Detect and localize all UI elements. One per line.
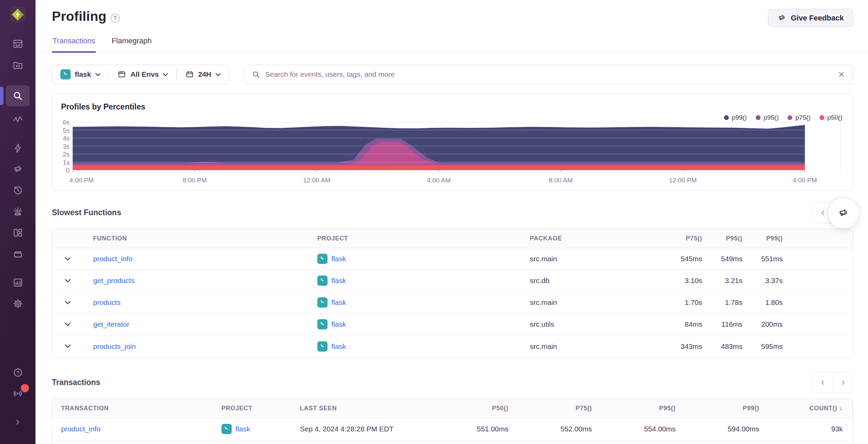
clear-search-icon[interactable] bbox=[838, 71, 845, 78]
search-icon bbox=[12, 90, 24, 102]
function-link[interactable]: product_info bbox=[83, 255, 308, 263]
expand-row-button[interactable] bbox=[52, 300, 83, 305]
flask-project-icon bbox=[60, 69, 71, 79]
project-filter-button[interactable]: flask bbox=[52, 65, 109, 84]
legend-item-p50[interactable]: p50() bbox=[820, 114, 842, 121]
expand-row-button[interactable] bbox=[52, 279, 83, 283]
legend-label: p99() bbox=[732, 114, 747, 121]
p95-cell: 483ms bbox=[702, 342, 742, 351]
sidebar-item-help[interactable]: ? bbox=[7, 364, 28, 381]
function-link[interactable]: get_iterator bbox=[83, 320, 308, 328]
sidebar-item-issues[interactable] bbox=[7, 35, 28, 52]
sidebar-item-alerts[interactable] bbox=[7, 203, 28, 220]
transactions-table: TRANSACTION PROJECT LAST SEEN P50() P75(… bbox=[52, 399, 853, 444]
profiles-chart-panel: Profiles by Percentiles p99()p95()p75()p… bbox=[52, 93, 853, 191]
chart-title: Profiles by Percentiles bbox=[61, 102, 844, 112]
col-p99: P99() bbox=[742, 235, 783, 242]
slowest-functions-table: FUNCTION PROJECT PACKAGE P75() P95() P99… bbox=[52, 229, 853, 358]
siren-icon bbox=[12, 206, 24, 217]
legend-item-p95[interactable]: p95() bbox=[756, 114, 779, 121]
svg-text:12:00 AM: 12:00 AM bbox=[303, 177, 330, 184]
previous-page-button[interactable] bbox=[813, 372, 833, 393]
legend-label: p50() bbox=[827, 114, 842, 121]
chevron-down-icon bbox=[64, 257, 71, 261]
tab-flamegraph[interactable]: Flamegraph bbox=[111, 36, 152, 52]
sidebar-item-discover[interactable] bbox=[7, 246, 28, 262]
legend-dot bbox=[787, 115, 792, 120]
projects-icon bbox=[12, 59, 24, 71]
expand-row-button[interactable] bbox=[52, 257, 83, 261]
date-range-filter-button[interactable]: 24H bbox=[177, 65, 229, 84]
expand-row-button[interactable] bbox=[52, 344, 83, 349]
chevron-left-icon bbox=[819, 209, 827, 217]
p99-cell: 200ms bbox=[742, 320, 783, 328]
sidebar-item-user-feedback[interactable] bbox=[7, 161, 28, 177]
svg-text:4:00 AM: 4:00 AM bbox=[427, 177, 451, 184]
sidebar-item-insights[interactable] bbox=[7, 140, 28, 156]
environment-filter-button[interactable]: All Envs bbox=[109, 65, 176, 84]
table-row: product_info flask src.main 545ms 549ms … bbox=[52, 248, 853, 270]
col-function: FUNCTION bbox=[83, 235, 308, 242]
table-row: products flask src.main 1.70s 1.78s 1.80… bbox=[52, 292, 853, 314]
chevron-down-icon bbox=[64, 322, 71, 327]
sidebar-item-stats[interactable] bbox=[7, 274, 28, 291]
legend-label: p75() bbox=[795, 114, 810, 121]
function-link[interactable]: products bbox=[83, 298, 308, 307]
function-link[interactable]: get_products bbox=[83, 277, 308, 285]
legend-label: p95() bbox=[764, 114, 779, 121]
search-bar bbox=[244, 65, 853, 84]
svg-text:?: ? bbox=[16, 370, 19, 375]
search-input[interactable] bbox=[265, 70, 833, 78]
col-project: PROJECT bbox=[221, 405, 300, 412]
tab-transactions[interactable]: Transactions bbox=[52, 36, 96, 53]
package-cell: src.db bbox=[530, 277, 662, 285]
next-page-button[interactable] bbox=[833, 372, 853, 393]
chevron-down-icon bbox=[215, 73, 221, 76]
sidebar-item-whats-new[interactable] bbox=[7, 385, 28, 402]
p99-cell: 3.37s bbox=[742, 277, 783, 285]
percentiles-area-chart[interactable]: 01s2s3s4s5s6s4:00 PM8:00 PM12:00 AM4:00 … bbox=[61, 116, 844, 188]
p95-cell: 549ms bbox=[702, 255, 742, 263]
chevron-left-icon bbox=[819, 379, 827, 386]
project-link[interactable]: flask bbox=[235, 425, 250, 433]
sidebar-item-settings[interactable] bbox=[7, 295, 28, 312]
page-help-icon[interactable]: ? bbox=[111, 14, 120, 23]
sidebar: ? bbox=[0, 0, 35, 444]
sidebar-item-projects[interactable] bbox=[7, 57, 28, 73]
transactions-title: Transactions bbox=[52, 378, 100, 387]
project-link[interactable]: flask bbox=[331, 298, 346, 307]
sidebar-item-dashboards[interactable] bbox=[7, 224, 28, 241]
flask-project-icon bbox=[317, 341, 328, 352]
project-link[interactable]: flask bbox=[331, 342, 346, 351]
legend-item-p99[interactable]: p99() bbox=[724, 114, 747, 121]
svg-text:8:00 PM: 8:00 PM bbox=[183, 177, 207, 184]
org-logo[interactable] bbox=[10, 7, 26, 23]
table-row: get_products flask src.db 3.10s 3.21s 3.… bbox=[52, 270, 853, 292]
collapse-icon bbox=[13, 418, 22, 427]
package-cell: src.main bbox=[530, 342, 662, 351]
package-cell: src.main bbox=[530, 255, 662, 263]
function-link[interactable]: products_join bbox=[83, 342, 308, 351]
project-link[interactable]: flask bbox=[331, 320, 346, 328]
sidebar-item-explore[interactable] bbox=[6, 85, 30, 106]
expand-row-button[interactable] bbox=[52, 322, 83, 327]
p95-cell: 554.00ms bbox=[592, 425, 676, 433]
legend-dot bbox=[820, 115, 824, 120]
give-feedback-button[interactable]: Give Feedback bbox=[768, 9, 853, 27]
col-count-sort[interactable]: COUNT() ↓ bbox=[759, 404, 843, 412]
legend-item-p75[interactable]: p75() bbox=[787, 114, 810, 121]
window-icon bbox=[117, 70, 126, 79]
project-link[interactable]: flask bbox=[331, 255, 346, 263]
lightning-icon bbox=[12, 143, 24, 154]
floating-feedback-button[interactable] bbox=[828, 197, 859, 229]
chevron-down-icon bbox=[95, 73, 101, 76]
transactions-pagination bbox=[813, 372, 853, 393]
sidebar-item-traces[interactable] bbox=[7, 111, 28, 128]
sidebar-item-releases[interactable] bbox=[7, 182, 28, 198]
sidebar-collapse-button[interactable] bbox=[7, 414, 28, 430]
transaction-link[interactable]: product_info bbox=[61, 425, 221, 433]
project-link[interactable]: flask bbox=[331, 277, 346, 285]
col-last-seen: LAST SEEN bbox=[300, 405, 426, 412]
p75-cell: 3.10s bbox=[662, 277, 702, 285]
svg-text:0: 0 bbox=[66, 167, 70, 174]
